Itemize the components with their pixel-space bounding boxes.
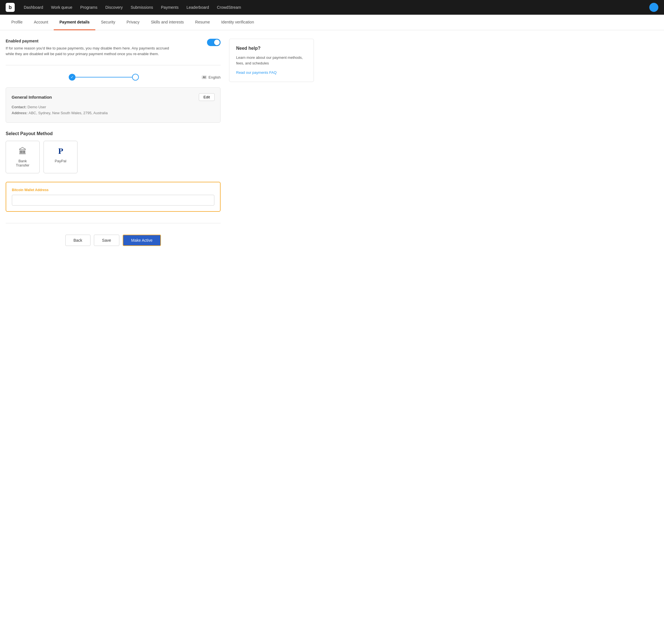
help-card: Need help? Learn more about our payment … [229, 39, 314, 82]
nav-crowdstream[interactable]: CrowdStream [213, 3, 245, 11]
info-card-title: General Information [12, 95, 52, 100]
sidebar: Need help? Learn more about our payment … [229, 39, 314, 254]
nav-discovery[interactable]: Discovery [102, 3, 126, 11]
contact-row: Contact: Demo User [12, 105, 215, 109]
nav-payments[interactable]: Payments [158, 3, 182, 11]
address-label: Address: [12, 111, 28, 115]
user-avatar[interactable] [649, 3, 658, 12]
nav-links: Dashboard Work queue Programs Discovery … [20, 3, 649, 11]
bitcoin-label: Bitcoin Wallet Address [12, 188, 214, 192]
sub-nav: Profile Account Payment details Security… [0, 15, 664, 30]
payment-toggle[interactable] [207, 39, 221, 46]
language-selector[interactable]: AI English [202, 75, 221, 80]
contact-value: Demo User [27, 105, 46, 109]
payout-methods: 🏛 Bank Transfer 𝐏 PayPal [6, 141, 221, 173]
language-label: English [208, 75, 221, 80]
nav-dashboard[interactable]: Dashboard [20, 3, 47, 11]
top-nav: b Dashboard Work queue Programs Discover… [0, 0, 664, 15]
tab-privacy[interactable]: Privacy [121, 15, 145, 30]
payout-bank-transfer[interactable]: 🏛 Bank Transfer [6, 141, 40, 173]
nav-programs[interactable]: Programs [77, 3, 101, 11]
address-row: Address: ABC, Sydney, New South Wales, 2… [12, 111, 215, 115]
payments-faq-link[interactable]: Read our payments FAQ [236, 70, 276, 74]
bitcoin-wallet-input[interactable] [12, 195, 214, 206]
enabled-payment-title: Enabled payment [6, 39, 175, 43]
step-line [76, 77, 132, 78]
enabled-payment-section: Enabled payment If for some reason you'd… [6, 39, 221, 65]
step-1 [69, 74, 76, 81]
save-button[interactable]: Save [94, 235, 119, 246]
logo[interactable]: b [6, 3, 15, 12]
help-title: Need help? [236, 46, 307, 51]
back-button[interactable]: Back [65, 235, 90, 246]
stepper-steps [6, 74, 202, 81]
payout-paypal[interactable]: 𝐏 PayPal [44, 141, 78, 173]
enabled-payment-text: Enabled payment If for some reason you'd… [6, 39, 175, 57]
help-description: Learn more about our payment methods, fe… [236, 55, 307, 66]
paypal-icon: 𝐏 [58, 147, 63, 156]
main-content: Enabled payment If for some reason you'd… [6, 39, 221, 254]
bitcoin-section: Bitcoin Wallet Address [6, 182, 221, 212]
edit-button[interactable]: Edit [199, 93, 215, 101]
tab-security[interactable]: Security [95, 15, 121, 30]
nav-submissions[interactable]: Submissions [127, 3, 157, 11]
bottom-actions: Back Save Make Active [6, 223, 221, 254]
logo-text: b [9, 4, 12, 10]
make-active-button[interactable]: Make Active [123, 235, 161, 246]
bank-transfer-label: Bank Transfer [12, 159, 34, 167]
tab-profile[interactable]: Profile [6, 15, 28, 30]
tab-identity-verification[interactable]: Identity verification [215, 15, 260, 30]
nav-workqueue[interactable]: Work queue [48, 3, 76, 11]
payout-section-title: Select Payout Method [6, 131, 221, 136]
contact-label: Contact: [12, 105, 27, 109]
tab-skills-interests[interactable]: Skills and interests [145, 15, 189, 30]
step-2 [132, 74, 139, 81]
page-content: Enabled payment If for some reason you'd… [0, 30, 339, 263]
address-value: ABC, Sydney, New South Wales, 2795, Aust… [28, 111, 108, 115]
tab-resume[interactable]: Resume [189, 15, 215, 30]
bank-transfer-icon: 🏛 [19, 147, 26, 156]
info-card-header: General Information Edit [12, 93, 215, 101]
enabled-payment-description: If for some reason you'd like to pause p… [6, 45, 175, 57]
tab-account[interactable]: Account [28, 15, 54, 30]
nav-leaderboard[interactable]: Leaderboard [183, 3, 212, 11]
general-info-card: General Information Edit Contact: Demo U… [6, 87, 221, 123]
stepper: AI English [6, 74, 221, 81]
language-icon: AI [202, 76, 207, 79]
paypal-label: PayPal [55, 159, 66, 163]
tab-payment-details[interactable]: Payment details [54, 15, 95, 30]
